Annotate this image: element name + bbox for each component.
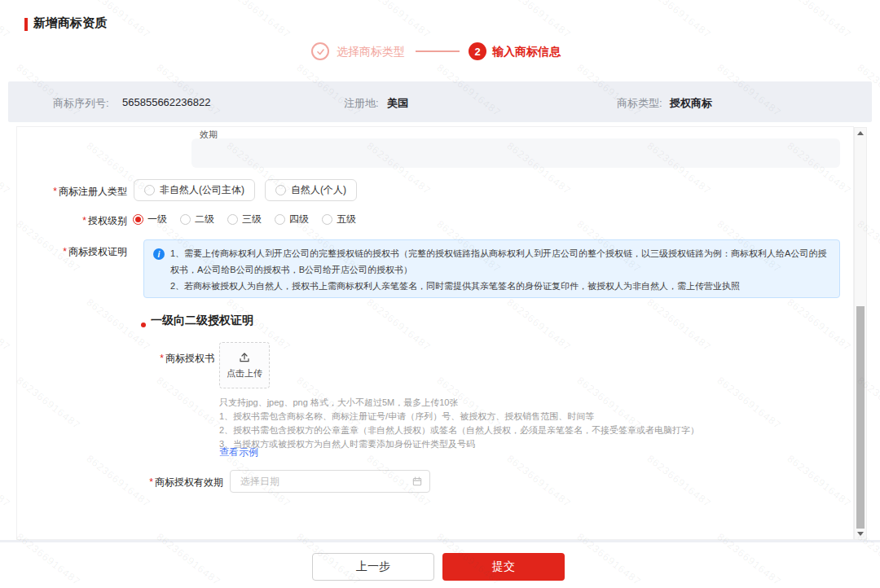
watermark-text: 862366916487 <box>645 0 713 41</box>
watermark-text: 862366916487 <box>364 0 433 41</box>
submit-button[interactable]: 提交 <box>442 553 565 581</box>
auth-level-option-3[interactable]: 三级 <box>227 213 262 226</box>
auth-level-field-label: *授权级别 <box>17 214 127 228</box>
required-asterisk: * <box>53 186 57 197</box>
required-asterisk: * <box>160 353 164 364</box>
vertical-scrollbar <box>854 127 867 540</box>
upload-dropzone[interactable]: 点击上传 <box>219 342 270 388</box>
notice-line-2: 2、若商标被授权人为自然人，授权书上需商标权利人亲笔签名，同时需提供其亲笔签名的… <box>170 278 833 294</box>
trademark-type-value: 授权商标 <box>670 96 712 111</box>
radio-circle-icon <box>180 214 191 225</box>
trademark-type-label: 商标类型: <box>617 96 662 111</box>
upload-hint-2: 2、授权书需包含授权方的公章盖章（非自然人授权）或签名（自然人授权，必须是亲笔签… <box>219 424 699 437</box>
step1-check-circle <box>311 42 329 60</box>
stepper-connector <box>416 50 460 52</box>
section-title: 一级向二级授权证明 <box>151 314 253 328</box>
required-asterisk: * <box>149 476 153 488</box>
watermark-text: 862366916487 <box>504 0 573 41</box>
form-scroll-panel: 效期 *商标注册人类型 非自然人(公司主体) 自然人(个人) *授权级别 一级 <box>16 126 854 540</box>
upload-hint-1: 1、授权书需包含商标名称、商标注册证号/申请（序列）号、被授权方、授权销售范围、… <box>219 410 594 423</box>
step2-label: 输入商标信息 <box>492 45 561 59</box>
registrant-type-option-company[interactable]: 非自然人(公司主体) <box>134 179 255 201</box>
radio-circle-icon <box>275 214 285 225</box>
auth-level-radio-group: 一级 二级 三级 四级 五级 <box>133 213 356 226</box>
auth-level-option-5[interactable]: 五级 <box>322 213 356 226</box>
validity-date-input[interactable] <box>239 475 411 488</box>
upload-field-label: *商标授权书 <box>17 352 214 366</box>
notice-line-1: 1、需要上传商标权利人到开店公司的完整授权链的授权书（完整的授权链路指从商标权利… <box>170 245 833 278</box>
watermark-text: 862366916487 <box>224 0 293 41</box>
upload-hint-format: 只支持jpg、jpeg、png 格式，大小不超过5M，最多上传10张 <box>219 397 458 409</box>
add-trademark-qualification-page: 8623669164878623669164878623669164878623… <box>0 0 880 588</box>
radio-circle-icon <box>322 214 332 225</box>
scrollbar-thumb[interactable] <box>856 306 865 529</box>
validity-date-picker[interactable] <box>230 470 430 493</box>
registrant-type-field-label: *商标注册人类型 <box>17 185 127 199</box>
watermark-text: 862366916487 <box>0 140 12 197</box>
required-asterisk: * <box>63 246 67 257</box>
step1-label: 选择商标类型 <box>337 45 405 59</box>
registrant-type-option-person[interactable]: 自然人(个人) <box>265 179 357 201</box>
title-accent-bar <box>24 18 28 31</box>
scroll-up-arrow-icon[interactable] <box>857 131 864 135</box>
check-icon <box>315 46 326 57</box>
watermark-text: 862366916487 <box>0 453 12 510</box>
radio-circle-icon <box>144 185 155 195</box>
watermark-text: 862366916487 <box>0 0 12 41</box>
auth-level-option-2[interactable]: 二级 <box>180 213 214 226</box>
validity-field-label: *商标授权有效期 <box>17 476 223 489</box>
registration-place-value: 美国 <box>387 96 408 111</box>
auth-level-option-4[interactable]: 四级 <box>275 213 309 226</box>
auth-proof-field-label: *商标授权证明 <box>17 245 127 259</box>
radio-circle-icon <box>133 214 143 225</box>
upload-icon <box>238 351 251 364</box>
serial-number-label: 商标序列号: <box>53 96 109 111</box>
radio-circle-icon <box>275 185 286 195</box>
step2-number-circle: 2 <box>469 42 486 60</box>
registration-place-label: 注册地: <box>344 96 379 111</box>
calendar-icon <box>411 476 423 487</box>
page-title: 新增商标资质 <box>33 15 107 31</box>
radio-circle-icon <box>227 214 238 225</box>
watermark-text: 862366916487 <box>785 0 853 41</box>
watermark-text: 862366916487 <box>0 296 12 353</box>
step2-number: 2 <box>474 46 480 58</box>
footer-divider <box>0 540 880 542</box>
info-icon: i <box>153 248 165 260</box>
notice-text: 1、需要上传商标权利人到开店公司的完整授权链的授权书（完整的授权链路指从商标权利… <box>170 245 833 294</box>
previous-step-button[interactable]: 上一步 <box>312 553 434 581</box>
trademark-summary-bar: 商标序列号: 565855662236822 注册地: 美国 商标类型: 授权商… <box>8 81 872 122</box>
auth-level-option-1[interactable]: 一级 <box>133 213 167 226</box>
view-example-link[interactable]: 查看示例 <box>219 445 258 459</box>
clipped-scrolled-field-box <box>191 138 840 168</box>
registrant-type-options: 非自然人(公司主体) 自然人(个人) <box>134 179 357 201</box>
upload-button-text: 点击上传 <box>227 367 262 380</box>
required-asterisk: * <box>82 215 86 226</box>
auth-proof-notice-box: i 1、需要上传商标权利人到开店公司的完整授权链的授权书（完整的授权链路指从商标… <box>143 239 840 298</box>
section-bullet-icon <box>141 323 146 327</box>
serial-number-value: 565855662236822 <box>122 96 210 108</box>
scroll-down-arrow-icon[interactable] <box>857 532 864 536</box>
